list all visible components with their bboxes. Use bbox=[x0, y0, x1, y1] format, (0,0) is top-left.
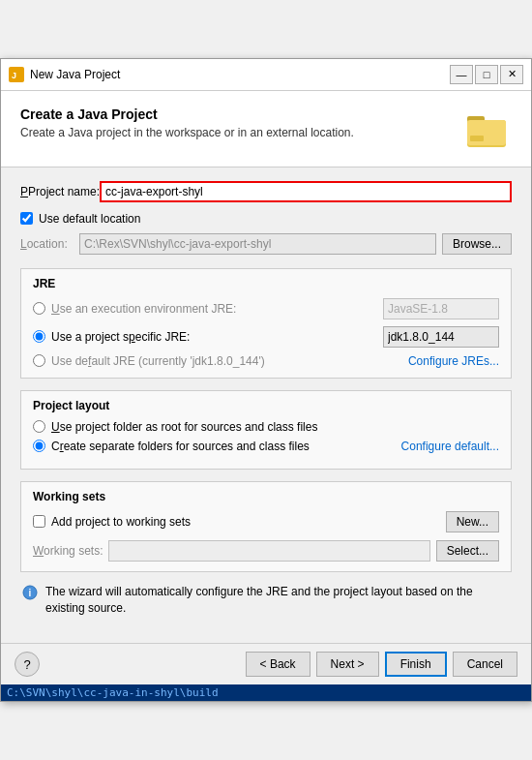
project-name-input[interactable] bbox=[100, 181, 512, 202]
working-sets-title: Working sets bbox=[33, 490, 499, 503]
info-row: i The wizard will automatically configur… bbox=[20, 584, 512, 617]
svg-text:i: i bbox=[29, 588, 32, 598]
main-window: J New Java Project — □ ✕ Create a Java P… bbox=[0, 58, 532, 703]
close-button[interactable]: ✕ bbox=[500, 65, 523, 84]
title-bar-left: J New Java Project bbox=[9, 67, 120, 82]
jre-option2-label: Use a project specific JRE: bbox=[51, 330, 377, 344]
working-sets-checkbox-row: Add project to working sets bbox=[33, 515, 446, 529]
info-text: The wizard will automatically configure … bbox=[45, 584, 510, 617]
configure-default-link[interactable]: Configure default... bbox=[401, 440, 499, 453]
folder-icon bbox=[465, 106, 512, 153]
jre-option1-radio[interactable] bbox=[33, 302, 45, 315]
help-button[interactable]: ? bbox=[15, 652, 40, 677]
taskbar-hint-text: C:\SVN\shyl\cc-java-in-shyl\build bbox=[7, 686, 219, 699]
jre-option1-row: Use an execution environment JRE: JavaSE… bbox=[33, 298, 499, 319]
project-name-label: PProject name: bbox=[20, 185, 100, 198]
dialog-subtitle: Create a Java project in the workspace o… bbox=[20, 126, 354, 139]
jre-option3-label: Use default JRE (currently 'jdk1.8.0_144… bbox=[51, 354, 402, 368]
browse-button[interactable]: Browse... bbox=[442, 233, 512, 255]
jre-section: JRE Use an execution environment JRE: Ja… bbox=[20, 268, 512, 379]
working-sets-header-row: Add project to working sets New... bbox=[33, 511, 499, 532]
title-buttons: — □ ✕ bbox=[450, 65, 523, 84]
location-label: Location: bbox=[20, 237, 74, 251]
working-sets-input-row: Working sets: Select... bbox=[33, 540, 499, 562]
layout-option1-label: Use project folder as root for sources a… bbox=[51, 420, 499, 434]
use-default-label[interactable]: Use default location bbox=[39, 212, 140, 226]
working-sets-select-button[interactable]: Select... bbox=[436, 540, 499, 562]
project-layout-section: Project layout Use project folder as roo… bbox=[20, 390, 512, 470]
cancel-button[interactable]: Cancel bbox=[453, 652, 517, 677]
working-sets-select[interactable] bbox=[108, 540, 429, 562]
minimize-button[interactable]: — bbox=[450, 65, 473, 84]
location-row: Location: Browse... bbox=[20, 233, 512, 255]
add-to-working-sets-label[interactable]: Add project to working sets bbox=[51, 515, 191, 529]
svg-rect-5 bbox=[470, 136, 484, 141]
working-sets-label: Working sets: bbox=[33, 544, 103, 558]
dialog-title: Create a Java Project bbox=[20, 106, 354, 122]
jre-specific-select[interactable]: jdk1.8.0_144 bbox=[383, 326, 499, 348]
layout-option2-radio[interactable] bbox=[33, 440, 45, 452]
jre-title: JRE bbox=[33, 277, 499, 290]
working-sets-new-button[interactable]: New... bbox=[446, 511, 499, 532]
jre-option3-radio[interactable] bbox=[33, 354, 45, 367]
working-sets-section: Working sets Add project to working sets… bbox=[20, 481, 512, 572]
navigation-buttons: < Back Next > Finish Cancel bbox=[246, 652, 517, 677]
configure-jres-link[interactable]: Configure JREs... bbox=[408, 354, 499, 368]
taskbar-hint: C:\SVN\shyl\cc-java-in-shyl\build bbox=[1, 684, 531, 701]
add-to-working-sets-checkbox[interactable] bbox=[33, 515, 45, 528]
bottom-bar: ? < Back Next > Finish Cancel bbox=[1, 643, 531, 684]
back-button[interactable]: < Back bbox=[246, 652, 310, 677]
jre-option2-row: Use a project specific JRE: jdk1.8.0_144 bbox=[33, 326, 499, 348]
project-layout-title: Project layout bbox=[33, 399, 499, 412]
jre-option2-radio[interactable] bbox=[33, 330, 45, 343]
use-default-location-row: Use default location bbox=[20, 212, 512, 226]
java-icon: J bbox=[9, 67, 24, 82]
layout-option2-label: Create separate folders for sources and … bbox=[51, 440, 396, 453]
finish-button[interactable]: Finish bbox=[385, 652, 447, 677]
project-name-row: PProject name: bbox=[20, 181, 512, 202]
next-button[interactable]: Next > bbox=[316, 652, 379, 677]
window-title: New Java Project bbox=[30, 68, 120, 81]
maximize-button[interactable]: □ bbox=[475, 65, 498, 84]
jre-env-select[interactable]: JavaSE-1.8 bbox=[383, 298, 499, 319]
layout-option2-row: Create separate folders for sources and … bbox=[33, 440, 499, 453]
title-bar: J New Java Project — □ ✕ bbox=[1, 59, 531, 91]
layout-option1-row: Use project folder as root for sources a… bbox=[33, 420, 499, 434]
header-section: Create a Java Project Create a Java proj… bbox=[1, 91, 531, 167]
content-area: PProject name: Use default location Loca… bbox=[1, 167, 531, 644]
svg-rect-4 bbox=[467, 120, 506, 145]
use-default-checkbox[interactable] bbox=[20, 212, 33, 225]
info-icon: i bbox=[22, 585, 38, 600]
layout-option1-radio[interactable] bbox=[33, 420, 45, 433]
jre-option1-label: Use an execution environment JRE: bbox=[51, 302, 377, 316]
location-input[interactable] bbox=[79, 233, 436, 255]
header-text: Create a Java Project Create a Java proj… bbox=[20, 106, 354, 139]
svg-text:J: J bbox=[12, 71, 16, 80]
jre-option3-row: Use default JRE (currently 'jdk1.8.0_144… bbox=[33, 354, 499, 368]
